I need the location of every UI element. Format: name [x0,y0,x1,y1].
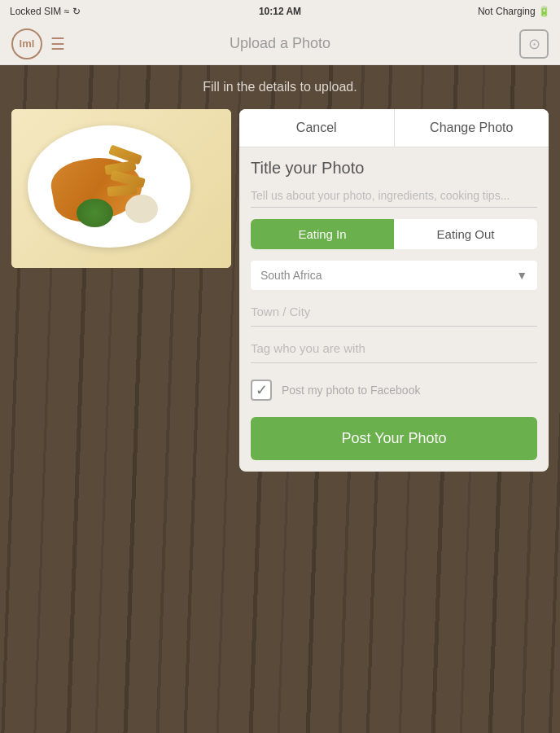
nav-title: Upload a Photo [230,35,330,52]
town-field-row [251,298,537,327]
facebook-row: ✓ Post my photo to Facebook [251,371,537,409]
status-right: Not Charging 🔋 [478,6,550,17]
checkmark-icon: ✓ [256,381,268,399]
country-dropdown[interactable]: South Africa ▼ [251,261,537,290]
town-input[interactable] [251,305,537,318]
title-label: Title your Photo [251,159,537,178]
chip-4 [107,184,138,196]
eating-toggle: Eating In Eating Out [251,219,537,249]
post-photo-button[interactable]: Post Your Photo [251,417,537,460]
description-input[interactable] [251,184,537,208]
plate [28,125,190,248]
battery-status: Not Charging 🔋 [478,6,550,17]
status-locked-sim: Locked SIM ≈ ↻ [10,6,81,17]
status-left: Locked SIM ≈ ↻ [10,6,81,17]
nav-left: lml ☰ [11,29,65,59]
status-time: 10:12 AM [259,6,301,17]
greens [77,199,113,227]
eating-in-button[interactable]: Eating In [251,219,394,249]
chips [101,150,166,199]
camera-glyph: ⊙ [528,35,540,53]
form-body: Title your Photo Eating In Eating Out So… [239,147,549,472]
logo[interactable]: lml [11,29,42,59]
subtitle-text: Fill in the details to upload. [0,65,560,103]
hamburger-icon[interactable]: ☰ [50,34,65,54]
facebook-label: Post my photo to Facebook [282,384,420,397]
cancel-button[interactable]: Cancel [239,109,395,147]
camera-icon[interactable]: ⊙ [519,29,549,59]
tag-input[interactable] [251,341,537,355]
facebook-checkbox[interactable]: ✓ [251,380,272,401]
food-photo [11,109,231,268]
nav-bar: lml ☰ Upload a Photo ⊙ [0,23,560,65]
photo-preview [11,109,231,268]
main-row: Cancel Change Photo Title your Photo Eat… [0,103,560,472]
top-buttons: Cancel Change Photo [239,109,549,147]
eating-out-button[interactable]: Eating Out [394,219,537,249]
change-photo-button[interactable]: Change Photo [395,109,549,147]
status-bar: Locked SIM ≈ ↻ 10:12 AM Not Charging 🔋 [0,0,560,23]
form-card: Cancel Change Photo Title your Photo Eat… [239,109,549,472]
tag-field-row [251,335,537,363]
country-value: South Africa [260,269,322,282]
chevron-down-icon: ▼ [516,269,527,282]
content-area: Fill in the details to upload. [0,65,560,733]
dip-sauce [125,195,158,223]
